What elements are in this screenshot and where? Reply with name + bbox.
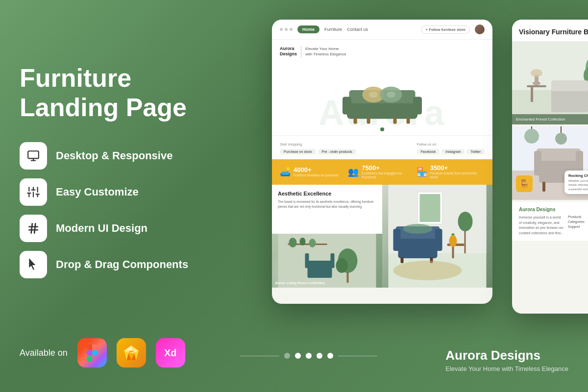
svg-point-80 (524, 129, 539, 144)
svg-rect-48 (331, 253, 335, 268)
feature-item-categories: Categories (568, 220, 588, 223)
svg-rect-28 (343, 97, 351, 115)
stat-furniture-content: 4000+ Furniture Available for purchase (294, 166, 339, 177)
brand-name: Aurora Designs (445, 348, 568, 363)
stat-customers-number: 7500+ (362, 164, 416, 172)
bottom-left-section: Available on Xd (20, 338, 185, 368)
svg-point-77 (531, 69, 542, 77)
svg-point-59 (403, 224, 433, 234)
dot-line-right (338, 356, 377, 356)
right-img-caption: Enchanted Forest Collection (516, 117, 588, 122)
svg-point-36 (369, 92, 378, 98)
shopping-left: Start shopping Purchase on stock Pre - o… (280, 139, 356, 154)
feature-drag-label: Drop & Drag Components (56, 258, 188, 271)
nav-dot-1 (280, 28, 283, 31)
right-brand-desc: Immerse yourself in a world of creativit… (519, 215, 564, 236)
stat-customers: 👥 7500+ Customers has engaged our Furnit… (348, 164, 416, 180)
svg-rect-60 (401, 257, 404, 263)
svg-point-45 (336, 258, 348, 273)
feature-desktop-label: Desktop & Responsive (56, 149, 172, 162)
dot-4[interactable] (317, 353, 322, 359)
bottom-left-image-inner: Atelier Living Room Collection (272, 234, 382, 288)
right-img-caption-overlay: Enchanted Forest Collection (512, 114, 588, 124)
right-image-1: Enchanted Forest Collection (512, 41, 588, 124)
preview-bottom-section: Aesthetic Excellence The brand is renown… (272, 185, 492, 288)
svg-rect-34 (393, 118, 397, 124)
bottom-right-brand: Aurora Designs Elevate Your Home with Ti… (445, 348, 568, 372)
svg-rect-52 (420, 194, 441, 222)
svg-rect-57 (393, 229, 401, 251)
svg-point-54 (458, 212, 473, 231)
svg-rect-58 (435, 229, 442, 251)
sketch-icon[interactable] (117, 338, 146, 368)
right-brand-content: Immerse yourself in a world of creativit… (519, 215, 588, 236)
stat-brands-number: 3500+ (430, 164, 485, 172)
dot-3[interactable] (306, 353, 312, 359)
dot-1[interactable] (284, 353, 290, 359)
stat-brands: 🏪 3500+ Furniture brands from around the… (416, 164, 485, 180)
svg-rect-73 (551, 88, 588, 112)
svg-rect-86 (537, 148, 581, 161)
store-stat-icon: 🏪 (416, 167, 427, 177)
feature-customize: Easy Customize (20, 178, 225, 206)
bottom-left-image: Atelier Living Room Collection (272, 234, 382, 288)
right-brand-row: Aurora Designs Feature (519, 207, 588, 212)
svg-rect-89 (542, 182, 545, 192)
twitter-btn[interactable]: Twitter (466, 149, 485, 154)
features-list: Desktop & Responsive Easy Customize (20, 142, 225, 278)
cursor-icon (27, 258, 40, 271)
facebook-btn[interactable]: Facebook (417, 149, 440, 154)
nav-furniture[interactable]: Furniture (324, 27, 342, 32)
collection-label: Atelier Living Room Collection (275, 281, 325, 285)
svg-point-64 (449, 235, 457, 247)
right-feature-items: Products Categories Support (568, 215, 588, 236)
stat-brands-desc: Furniture brands from around the world (430, 172, 485, 180)
svg-line-15 (34, 223, 35, 233)
stat-furniture-desc: Furniture Available for purchase (294, 173, 339, 177)
start-shopping-label: Start shopping (280, 143, 302, 146)
stat-furniture-number: 4000+ (294, 166, 339, 173)
feature-ui: Modern UI Design (20, 215, 225, 242)
nav-follow-btn[interactable]: + Follow furniture store (421, 25, 470, 34)
feature-ui-label: Modern UI Design (56, 222, 147, 235)
desktop-icon (27, 149, 40, 162)
cursor-icon-box (20, 251, 47, 278)
svg-point-42 (309, 239, 316, 247)
preview-brand-tagline: Elevate Your Homewith Timeless Elegance (305, 46, 346, 57)
left-section: Furniture Landing Page Desktop & Respons… (20, 64, 225, 278)
nav-avatar (475, 24, 485, 34)
shopping-btn-group: Purchase on stock Pre - order products (280, 149, 356, 154)
feature-item-products: Products (568, 215, 588, 219)
svg-rect-46 (308, 261, 332, 278)
dot-2[interactable] (295, 353, 301, 359)
hash-icon-box (20, 215, 47, 242)
room-svg-right (382, 185, 492, 288)
sketch-logo (122, 345, 140, 361)
svg-rect-33 (367, 118, 370, 124)
instagram-btn[interactable]: Instagram (441, 149, 465, 154)
desktop-icon-box (20, 142, 47, 170)
preview-progress-dot[interactable] (380, 127, 384, 131)
sofa-stat-icon: 🛋️ (280, 167, 291, 177)
svg-point-40 (289, 238, 297, 247)
nav-contact[interactable]: Contact us (347, 27, 368, 32)
dot-5[interactable] (327, 353, 333, 359)
preorder-btn[interactable]: Pre - order products (318, 149, 356, 154)
svg-rect-35 (407, 118, 410, 124)
right-brand-name: Aurora Designs (519, 207, 555, 212)
svg-point-65 (393, 261, 462, 280)
stat-brands-content: 3500+ Furniture brands from around the w… (430, 164, 485, 180)
nav-home[interactable]: Home (297, 25, 319, 33)
svg-rect-47 (305, 253, 309, 268)
right-room-svg (512, 41, 588, 124)
aesthetic-title: Aesthetic Excellence (278, 191, 376, 196)
nav-browser-dots (280, 28, 293, 31)
preview-brand-name-text: AuroraDesigns (280, 46, 297, 57)
purchase-btn[interactable]: Purchase on stock (280, 149, 316, 154)
yellow-chair-icon: 🪑 (516, 175, 533, 192)
xd-icon[interactable]: Xd (156, 338, 185, 368)
figma-icon[interactable] (77, 338, 107, 368)
svg-rect-87 (534, 151, 541, 175)
available-on-text: Available on (20, 348, 68, 358)
pagination-section (240, 353, 377, 359)
